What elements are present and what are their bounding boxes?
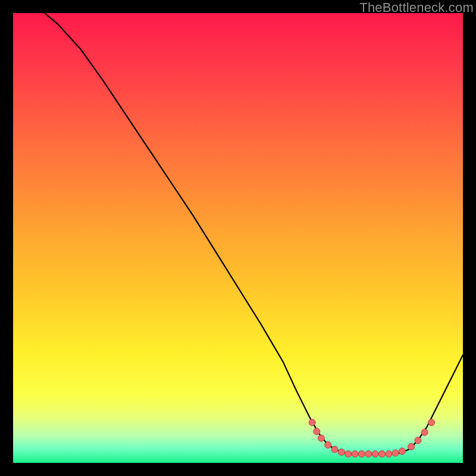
highlight-dot: [309, 419, 315, 426]
watermark-label: TheBottleneck.com: [359, 0, 474, 15]
highlight-dot: [345, 450, 352, 457]
highlight-dot: [314, 428, 320, 435]
highlight-dot: [358, 450, 365, 457]
highlight-dot: [338, 449, 345, 455]
highlight-dot: [352, 450, 358, 457]
bottleneck-curve-path: [45, 13, 463, 454]
highlight-dot: [365, 450, 372, 457]
chart-plot-area: [13, 13, 463, 463]
highlight-dot: [399, 448, 405, 455]
highlight-dot: [331, 446, 338, 453]
highlight-dot: [318, 435, 324, 441]
highlight-dot: [392, 450, 399, 456]
highlight-dot: [325, 441, 331, 448]
bottleneck-curve: [13, 13, 463, 463]
highlight-dot: [378, 450, 385, 457]
highlight-dot: [415, 437, 421, 444]
highlight-dot: [408, 443, 415, 450]
highlight-dot: [386, 450, 392, 457]
chart-frame: TheBottleneck.com: [0, 0, 476, 476]
highlight-dot: [372, 450, 378, 457]
highlight-dot: [421, 429, 428, 436]
highlight-dot: [428, 419, 435, 426]
